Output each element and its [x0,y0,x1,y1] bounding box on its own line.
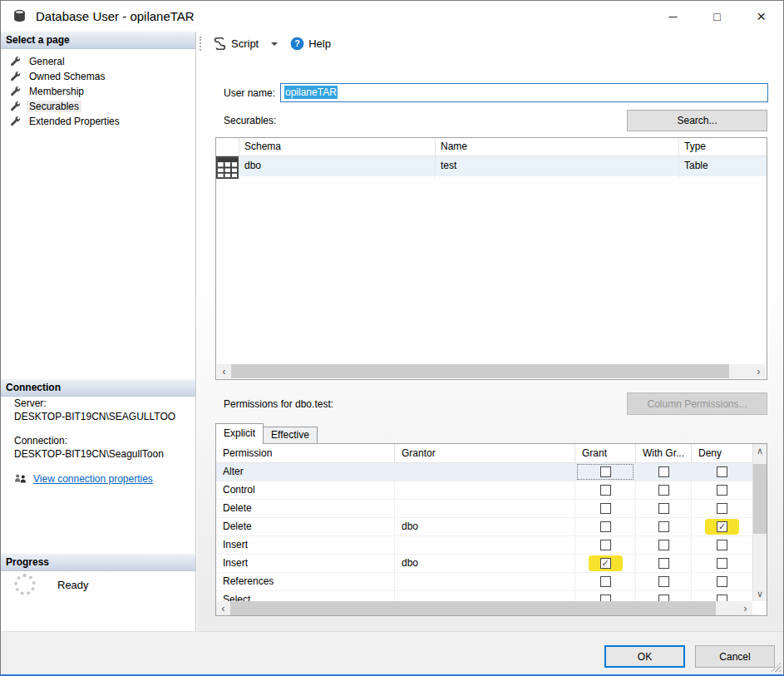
connection-properties-icon [14,473,27,485]
column-header-schema[interactable]: Schema [239,138,436,156]
cell-schema: dbo [239,156,436,179]
maximize-button[interactable]: □ [695,1,739,32]
securables-header-row: Schema Name Type [216,138,767,156]
delete-deny-checkbox[interactable]: ✓ [717,521,727,532]
permission-row[interactable]: Control [216,481,752,500]
sidebar-item-securables[interactable]: Securables [4,99,194,114]
permissions-vertical-scrollbar[interactable]: ∧ ∨ [752,444,767,601]
securable-row[interactable]: dbotestTable [216,156,767,176]
close-button[interactable]: × [739,1,783,32]
scroll-down-arrow[interactable]: ∨ [753,587,767,601]
search-button[interactable]: Search... [627,110,767,131]
scrollbar-thumb[interactable] [753,464,767,534]
insert-grant-checkbox[interactable]: ✓ [600,558,611,569]
permission-row[interactable]: Insert [216,536,752,555]
cell-grantor [395,500,575,517]
select-a-page-list: GeneralOwned SchemasMembershipSecurables… [4,54,194,129]
sidebar-item-extended-properties[interactable]: Extended Properties [4,114,194,129]
scrollbar-thumb[interactable] [230,601,716,615]
table-icon[interactable] [216,156,239,179]
column-header-name[interactable]: Name [436,138,679,156]
grant-cell [575,573,636,590]
insert-with_grant-checkbox[interactable] [658,558,669,569]
insert-with_grant-checkbox[interactable] [658,540,669,550]
control-grant-checkbox[interactable] [600,485,611,496]
cancel-button[interactable]: Cancel [695,645,775,668]
delete-grant-checkbox[interactable] [600,503,611,514]
control-deny-checkbox[interactable] [717,485,727,496]
permission-row[interactable]: Deletedbo✓ [216,518,752,536]
help-button[interactable]: ? Help [286,34,335,53]
wrench-icon [9,101,21,112]
delete-with_grant-checkbox[interactable] [658,503,669,514]
select-grant-checkbox[interactable] [600,595,611,601]
scroll-right-arrow[interactable]: › [752,364,766,378]
title-bar[interactable]: Database User - opilaneTAR ─ □ × [1,1,783,32]
column-header-grant[interactable]: Grant [575,444,636,463]
help-label: Help [308,37,331,50]
select-with_grant-checkbox[interactable] [658,595,669,601]
column-header-permission[interactable]: Permission [216,444,395,463]
ok-button[interactable]: OK [604,645,685,668]
scroll-right-arrow[interactable]: › [738,601,752,615]
permission-row[interactable]: Alter [216,463,752,481]
tab-effective[interactable]: Effective [264,427,318,444]
column-header-with-grant[interactable]: With Gr... [636,444,692,463]
scroll-left-arrow[interactable]: ‹ [217,364,231,378]
cell-permission: Insert [216,555,395,572]
alter-deny-checkbox[interactable] [717,466,727,477]
insert-deny-checkbox[interactable] [717,540,727,550]
securables-horizontal-scrollbar[interactable]: ‹ › [217,364,766,378]
tab-explicit[interactable]: Explicit [215,423,264,444]
sidebar-item-general[interactable]: General [4,54,194,69]
grant-cell: ✓ [575,555,636,572]
permission-row[interactable]: References [216,573,752,591]
database-icon [12,9,27,23]
insert-grant-checkbox[interactable] [600,540,611,550]
control-with_grant-checkbox[interactable] [658,485,669,496]
insert-deny-checkbox[interactable] [717,558,727,569]
sidebar: Select a page GeneralOwned SchemasMember… [1,32,196,631]
permission-row[interactable]: Delete [216,500,752,518]
scroll-left-arrow[interactable]: ‹ [216,601,230,615]
sidebar-item-owned-schemas[interactable]: Owned Schemas [4,69,194,84]
row-header-column [216,138,239,156]
cell-permission: Alter [216,463,395,481]
deny-cell: ✓ [692,518,752,535]
connection-value: DESKTOP-BIT19CN\SeagullToon [14,447,192,461]
column-header-grantor[interactable]: Grantor [395,444,575,463]
cell-grantor [395,536,575,554]
script-button[interactable]: Script [209,34,263,53]
view-connection-properties-link[interactable]: View connection properties [33,473,153,485]
delete-with_grant-checkbox[interactable] [658,521,669,532]
cell-permission: Delete [216,500,395,517]
permissions-label: Permissions for dbo.test: [224,398,333,410]
alter-grant-checkbox[interactable] [600,466,611,477]
references-grant-checkbox[interactable] [600,576,611,587]
delete-grant-checkbox[interactable] [600,521,611,532]
minimize-button[interactable]: ─ [651,1,695,32]
cell-grantor: dbo [395,518,575,535]
user-name-input[interactable]: opilaneTAR [280,83,768,102]
toolbar-grip[interactable] [200,37,202,51]
scrollbar-thumb[interactable] [231,364,729,378]
sidebar-item-membership[interactable]: Membership [4,84,194,99]
delete-deny-checkbox[interactable] [717,503,727,514]
grant-cell [575,463,636,481]
references-deny-checkbox[interactable] [717,576,727,587]
permissions-horizontal-scrollbar[interactable]: ‹ › [216,601,752,615]
toolbar: Script ? Help [197,32,783,56]
permission-row[interactable]: Select [216,591,752,601]
select-a-page-header: Select a page [1,32,195,49]
column-header-deny[interactable]: Deny [692,444,752,463]
select-deny-checkbox[interactable] [717,595,727,601]
alter-with_grant-checkbox[interactable] [658,466,669,477]
column-header-type[interactable]: Type [679,138,767,156]
scroll-up-arrow[interactable]: ∧ [753,444,767,458]
connection-header: Connection [1,379,195,397]
resize-grip[interactable] [771,662,781,672]
script-dropdown-caret[interactable] [271,42,278,46]
column-permissions-button[interactable]: Column Permissions... [627,392,767,415]
references-with_grant-checkbox[interactable] [658,576,669,587]
permission-row[interactable]: Insertdbo✓ [216,555,752,573]
